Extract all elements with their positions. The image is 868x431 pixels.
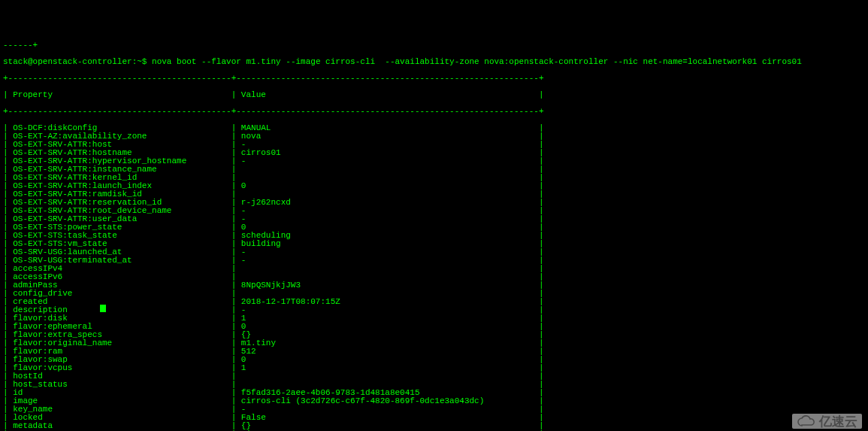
terminal[interactable]: ------+ stack@openstack-controller:~$ no… <box>0 33 868 431</box>
watermark-text: 亿速云 <box>819 417 857 426</box>
table-header-row: | Property | Value | <box>3 91 865 99</box>
dash-line: ------+ <box>3 41 865 50</box>
shell-prompt: stack@openstack-controller:~$ <box>3 57 152 66</box>
command-line: stack@openstack-controller:~$ nova boot … <box>3 58 865 66</box>
cloud-icon <box>797 415 816 427</box>
table-border-top: +---------------------------------------… <box>3 74 865 83</box>
shell-command: nova boot --flavor m1.tiny --image cirro… <box>152 57 802 66</box>
watermark: 亿速云 <box>792 414 862 429</box>
terminal-cursor-icon <box>100 305 106 312</box>
table-body: | OS-DCF:diskConfig | MANUAL || OS-EXT-A… <box>3 124 865 431</box>
table-border-header: +---------------------------------------… <box>3 108 865 116</box>
